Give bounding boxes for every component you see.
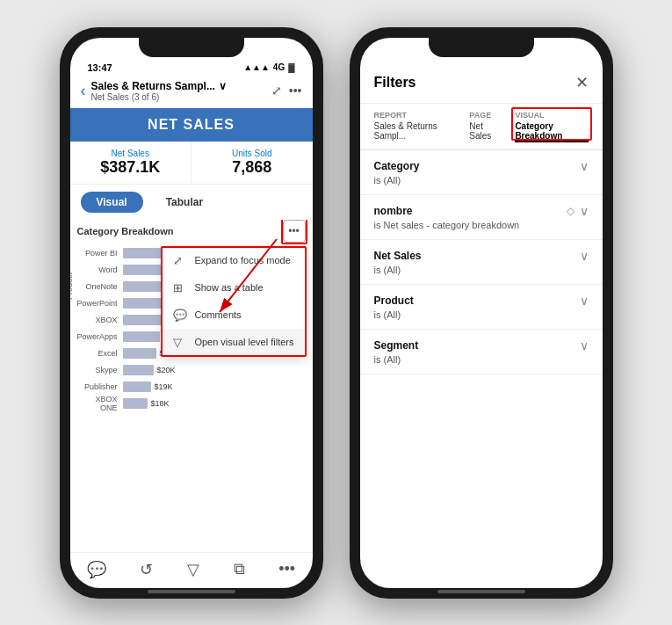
filter-category-icons: ∨ bbox=[580, 159, 589, 173]
stat-value-net-sales: $387.1K bbox=[74, 158, 188, 177]
scope-report-label: REPORT bbox=[374, 111, 456, 120]
home-indicator bbox=[148, 590, 235, 593]
menu-filters-label: Open visual level filters bbox=[194, 337, 293, 347]
filter-netsales-header: Net Sales ∨ bbox=[374, 249, 589, 263]
y-axis-label: Product bbox=[70, 273, 74, 300]
stat-net-sales: Net Sales $387.1K bbox=[70, 142, 192, 184]
chart-header: Category Breakdown ••• bbox=[77, 220, 306, 243]
filters-title: Filters bbox=[374, 75, 416, 91]
layout-toolbar-icon[interactable]: ⧉ bbox=[234, 560, 245, 578]
scope-report[interactable]: REPORT Sales & Returns Sampl... bbox=[374, 111, 456, 142]
filter-category-chevron[interactable]: ∨ bbox=[580, 159, 589, 173]
view-tabs: Visual Tabular bbox=[70, 185, 313, 220]
filter-category-name: Category bbox=[374, 160, 420, 172]
bar-row: Skype $20K bbox=[123, 363, 306, 377]
filter-nombre-name: nombre bbox=[374, 205, 413, 217]
menu-table-label: Show as a table bbox=[194, 282, 263, 293]
right-phone-screen: Filters ✕ REPORT Sales & Returns Sampl..… bbox=[360, 38, 603, 588]
filter-segment-value: is (All) bbox=[374, 354, 589, 365]
filter-product-name: Product bbox=[374, 294, 414, 307]
right-home-indicator bbox=[437, 590, 525, 593]
header-icons: ⤢ ••• bbox=[271, 84, 302, 98]
filter-segment-icons: ∨ bbox=[580, 338, 589, 352]
filter-scope-row: REPORT Sales & Returns Sampl... PAGE Net… bbox=[360, 104, 603, 150]
scope-page[interactable]: PAGE Net Sales bbox=[469, 111, 501, 142]
scene: 13:47 ▲▲▲ 4G ▓ ‹ Sales & Returns Sampl..… bbox=[0, 0, 672, 625]
right-notch bbox=[429, 38, 534, 57]
status-right: ▲▲▲ 4G ▓ bbox=[243, 62, 294, 72]
expand-menu-icon: ⤢ bbox=[173, 254, 187, 267]
header-title: Sales & Returns Sampl... ∨ Net Sales (3 … bbox=[91, 80, 266, 102]
filter-netsales-name: Net Sales bbox=[374, 250, 422, 262]
bottom-toolbar: 💬 ↺ ▽ ⧉ ••• bbox=[70, 552, 313, 588]
bar-row: XBOX ONE $18K bbox=[123, 396, 306, 411]
chevron-icon: ∨ bbox=[219, 80, 227, 92]
filter-segment-name: Segment bbox=[374, 339, 419, 352]
chart-section: Category Breakdown ••• ⤢ Expand to focus… bbox=[70, 220, 313, 552]
menu-expand-label: Expand to focus mode bbox=[194, 255, 290, 265]
scope-visual-label: VISUAL bbox=[515, 111, 588, 120]
filter-product-icons: ∨ bbox=[580, 294, 589, 308]
back-button[interactable]: ‹ bbox=[81, 82, 86, 100]
menu-expand[interactable]: ⤢ Expand to focus mode bbox=[163, 247, 304, 274]
filter-netsales-icons: ∨ bbox=[580, 249, 589, 263]
header-title-main: Sales & Returns Sampl... ∨ bbox=[91, 80, 266, 92]
filter-toolbar-icon[interactable]: ▽ bbox=[187, 560, 199, 579]
more-btn-highlight bbox=[281, 220, 307, 244]
table-menu-icon: ⊞ bbox=[173, 281, 187, 294]
stat-value-units: 7,868 bbox=[195, 158, 309, 177]
context-menu: ⤢ Expand to focus mode ⊞ Show as a table… bbox=[162, 246, 305, 357]
stat-label-net-sales: Net Sales bbox=[74, 149, 188, 158]
filter-category-header: Category ∨ bbox=[374, 159, 589, 173]
more-icon[interactable]: ••• bbox=[289, 84, 302, 98]
app-header: ‹ Sales & Returns Sampl... ∨ Net Sales (… bbox=[70, 76, 313, 108]
content-area: NET SALES Net Sales $387.1K Units Sold 7… bbox=[70, 108, 313, 588]
filter-product-value: is (All) bbox=[374, 309, 589, 320]
chat-toolbar-icon[interactable]: 💬 bbox=[87, 560, 106, 579]
more-toolbar-icon[interactable]: ••• bbox=[278, 560, 295, 578]
filter-segment-header: Segment ∨ bbox=[374, 338, 589, 352]
scope-page-value: Net Sales bbox=[469, 121, 501, 141]
filter-segment-chevron[interactable]: ∨ bbox=[580, 338, 589, 352]
menu-comments[interactable]: 💬 Comments bbox=[163, 302, 304, 329]
visual-tab[interactable]: Visual bbox=[81, 192, 143, 213]
filter-nombre: nombre ◇ ∨ is Net sales - category break… bbox=[360, 195, 603, 240]
filter-netsales-value: is (All) bbox=[374, 265, 589, 275]
filter-nombre-value: is Net sales - category breakdown bbox=[374, 220, 589, 230]
expand-icon[interactable]: ⤢ bbox=[271, 84, 282, 98]
scope-page-label: PAGE bbox=[469, 111, 501, 120]
filters-close-button[interactable]: ✕ bbox=[575, 73, 589, 92]
stats-row: Net Sales $387.1K Units Sold 7,868 bbox=[70, 142, 313, 185]
filter-netsales-chevron[interactable]: ∨ bbox=[580, 249, 589, 263]
filters-panel: Category ∨ is (All) nombre ◇ ∨ bbox=[360, 150, 603, 588]
stat-label-units: Units Sold bbox=[195, 149, 309, 158]
filter-nombre-chevron[interactable]: ∨ bbox=[580, 204, 589, 218]
notch bbox=[139, 38, 244, 57]
status-time: 13:47 bbox=[88, 62, 112, 73]
menu-table[interactable]: ⊞ Show as a table bbox=[163, 274, 304, 302]
filter-segment: Segment ∨ is (All) bbox=[360, 330, 603, 374]
right-phone: Filters ✕ REPORT Sales & Returns Sampl..… bbox=[350, 27, 613, 599]
filter-category-value: is (All) bbox=[374, 175, 589, 185]
net-sales-banner: NET SALES bbox=[70, 108, 313, 142]
phone-screen: 13:47 ▲▲▲ 4G ▓ ‹ Sales & Returns Sampl..… bbox=[70, 38, 313, 588]
chart-more-button[interactable]: ••• bbox=[283, 220, 306, 243]
undo-toolbar-icon[interactable]: ↺ bbox=[140, 560, 153, 579]
battery-icon: ▓ bbox=[288, 62, 294, 72]
menu-visual-filters[interactable]: ▽ Open visual level filters bbox=[163, 329, 304, 356]
scope-report-value: Sales & Returns Sampl... bbox=[374, 121, 456, 141]
filter-menu-icon: ▽ bbox=[173, 336, 187, 349]
report-title: Sales & Returns Sampl... bbox=[91, 80, 215, 92]
stat-units-sold: Units Sold 7,868 bbox=[191, 142, 313, 184]
filter-product-chevron[interactable]: ∨ bbox=[580, 294, 589, 308]
scope-visual[interactable]: VISUAL Category Breakdown bbox=[515, 111, 588, 142]
menu-comments-label: Comments bbox=[194, 309, 241, 320]
tabular-tab[interactable]: Tabular bbox=[150, 192, 219, 213]
edit-icon[interactable]: ◇ bbox=[567, 205, 574, 217]
filter-category: Category ∨ is (All) bbox=[360, 150, 603, 195]
filter-product-header: Product ∨ bbox=[374, 294, 589, 308]
filters-header: Filters ✕ bbox=[360, 62, 603, 104]
filter-nombre-header: nombre ◇ ∨ bbox=[374, 204, 589, 218]
left-phone: 13:47 ▲▲▲ 4G ▓ ‹ Sales & Returns Sampl..… bbox=[60, 27, 323, 599]
filter-netsales: Net Sales ∨ is (All) bbox=[360, 240, 603, 285]
